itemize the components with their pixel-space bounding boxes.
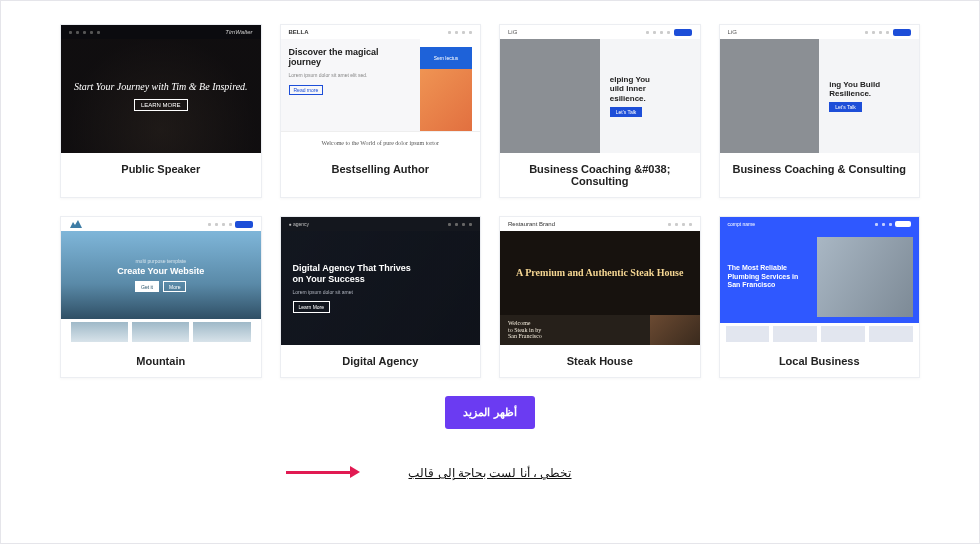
template-label: Digital Agency: [281, 345, 481, 377]
preview-cta: Let's Talk: [610, 107, 643, 117]
template-card-bestselling-author[interactable]: BELLA Discover the magical journey Lorem…: [280, 24, 482, 198]
skip-link[interactable]: تخطي ، أنا لست بحاجة إلى قالب: [408, 466, 571, 480]
preview-subtitle: Welcome to Steak in bySan Francisco: [500, 315, 650, 345]
preview-hero: ing You Build Resilience. Let's Talk: [720, 39, 920, 153]
preview-headline: elping You uild Inner esilience.: [610, 75, 650, 103]
missing-image-icon: [720, 39, 820, 153]
template-label: Public Speaker: [61, 153, 261, 185]
preview-cta: Learn More: [293, 301, 331, 313]
template-label: Local Business: [720, 345, 920, 377]
show-more-button[interactable]: أظهر المزيد: [445, 396, 534, 429]
template-label: Business Coaching & Consulting: [720, 153, 920, 185]
preview-hero: Digital Agency That Thrives on Your Succ…: [281, 231, 481, 345]
preview-nav: LiG: [720, 25, 920, 39]
preview-hero: The Most Reliable Plumbing Services in S…: [720, 231, 920, 323]
annotation-arrow-icon: [286, 466, 360, 478]
template-card-digital-agency[interactable]: ● agency Digital Agency That Thrives on …: [280, 216, 482, 378]
template-label: Business Coaching &#038; Consulting: [500, 153, 700, 197]
preview-logo: TimWalter: [225, 29, 252, 35]
preview-cta: Read more: [289, 85, 324, 95]
template-preview: multi purpose template Create Your Websi…: [61, 217, 261, 345]
preview-hero: Start Your Journey with Tim & Be Inspire…: [61, 39, 261, 153]
template-label: Mountain: [61, 345, 261, 377]
preview-headline: Digital Agency That Thrives on Your Succ…: [293, 263, 423, 285]
preview-subtitle: multi purpose template: [135, 258, 186, 264]
preview-image: [650, 315, 700, 345]
preview-book-tag: Sem lectus: [420, 47, 472, 69]
template-preview: LiG ing You Build Resilience. Let's Talk: [720, 25, 920, 153]
template-picker: TimWalter Start Your Journey with Tim & …: [0, 0, 980, 544]
template-card-public-speaker[interactable]: TimWalter Start Your Journey with Tim & …: [60, 24, 262, 198]
preview-headline: Discover the magical journey: [289, 47, 413, 68]
template-card-business-coaching-2[interactable]: LiG ing You Build Resilience. Let's Talk…: [719, 24, 921, 198]
preview-hero: elping You uild Inner esilience. Let's T…: [500, 39, 700, 153]
skip-row: تخطي ، أنا لست بحاجة إلى قالب: [60, 463, 920, 481]
preview-image-row: [720, 323, 920, 345]
template-card-business-coaching-1[interactable]: LiG elping You uild Inner esilience. Let…: [499, 24, 701, 198]
template-label: Steak House: [500, 345, 700, 377]
preview-image-row: [61, 319, 261, 345]
preview-image: [817, 237, 913, 317]
preview-headline: A Premium and Authentic Steak House: [516, 267, 683, 280]
template-card-steak-house[interactable]: Restaurant Brand A Premium and Authentic…: [499, 216, 701, 378]
preview-nav: LiG: [500, 25, 700, 39]
preview-cta: LEARN MORE: [134, 99, 188, 111]
template-preview: Restaurant Brand A Premium and Authentic…: [500, 217, 700, 345]
preview-brand: Restaurant Brand: [508, 221, 555, 227]
template-preview: LiG elping You uild Inner esilience. Let…: [500, 25, 700, 153]
preview-nav: ● agency: [281, 217, 481, 231]
preview-footer: Welcome to the World of pure dolor ipsum…: [281, 131, 481, 153]
preview-nav: TimWalter: [61, 25, 261, 39]
template-grid: TimWalter Start Your Journey with Tim & …: [60, 24, 920, 378]
preview-nav: BELLA: [281, 25, 481, 39]
template-preview: BELLA Discover the magical journey Lorem…: [281, 25, 481, 153]
mountain-logo-icon: [69, 220, 83, 228]
template-preview: compt name The Most Reliable Plumbing Se…: [720, 217, 920, 345]
preview-cta-group: Get itMore: [135, 281, 186, 292]
template-card-local-business[interactable]: compt name The Most Reliable Plumbing Se…: [719, 216, 921, 378]
preview-nav: [61, 217, 261, 231]
preview-hero: A Premium and Authentic Steak House Welc…: [500, 231, 700, 345]
preview-hero: multi purpose template Create Your Websi…: [61, 231, 261, 319]
template-preview: TimWalter Start Your Journey with Tim & …: [61, 25, 261, 153]
preview-nav: compt name: [720, 217, 920, 231]
preview-cta: Let's Talk: [829, 102, 862, 112]
preview-headline: Create Your Website: [117, 266, 204, 276]
missing-image-icon: [500, 39, 600, 153]
preview-headline: ing You Build Resilience.: [829, 80, 880, 98]
preview-nav: Restaurant Brand: [500, 217, 700, 231]
actions-row: أظهر المزيد: [60, 396, 920, 429]
preview-brand: compt name: [728, 221, 756, 227]
preview-headline: Start Your Journey with Tim & Be Inspire…: [74, 81, 248, 94]
template-preview: ● agency Digital Agency That Thrives on …: [281, 217, 481, 345]
template-label: Bestselling Author: [281, 153, 481, 185]
template-card-mountain[interactable]: multi purpose template Create Your Websi…: [60, 216, 262, 378]
preview-headline: The Most Reliable Plumbing Services in S…: [728, 264, 810, 289]
